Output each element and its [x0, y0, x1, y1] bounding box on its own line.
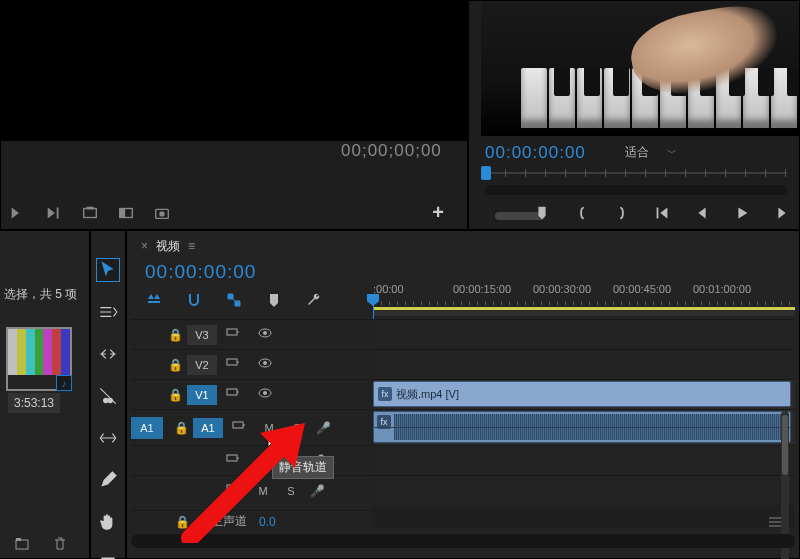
has-audio-icon: ♪	[56, 375, 72, 391]
program-scrollbar[interactable]	[485, 185, 787, 195]
clip-label: 视频.mp4 [V]	[396, 387, 459, 402]
source-patch-a1[interactable]: A1	[131, 417, 163, 439]
svg-rect-19	[227, 485, 237, 491]
solo-button[interactable]: S	[283, 422, 311, 434]
timeline-h-scrollbar[interactable]	[131, 534, 795, 548]
svg-rect-8	[227, 329, 237, 335]
source-timecode[interactable]: 00;00;00;00	[341, 141, 442, 161]
program-preview	[481, 1, 799, 136]
master-level[interactable]: 0.0	[259, 515, 276, 529]
add-button[interactable]: +	[429, 204, 447, 222]
mark-clip-icon[interactable]	[117, 204, 135, 222]
sync-lock-icon[interactable]	[225, 355, 241, 371]
overwrite-icon[interactable]	[45, 204, 63, 222]
svg-point-13	[263, 361, 267, 365]
ruler-label: 00:00:15:00	[453, 283, 533, 295]
selection-tool[interactable]	[97, 259, 119, 281]
mark-out-icon[interactable]	[613, 204, 631, 222]
track-target-a1[interactable]: A1	[193, 418, 223, 438]
sequence-tab-label[interactable]: 视频	[156, 238, 180, 255]
svg-rect-3	[120, 209, 125, 218]
program-playhead[interactable]	[481, 166, 491, 180]
track-select-tool[interactable]	[97, 301, 119, 323]
eye-icon[interactable]	[257, 385, 273, 401]
svg-point-10	[263, 331, 267, 335]
voice-record-icon[interactable]: 🎤	[311, 421, 335, 435]
lock-icon[interactable]: 🔒	[163, 328, 187, 342]
pen-tool[interactable]	[97, 469, 119, 491]
program-time-ruler[interactable]	[485, 169, 787, 177]
mute-button[interactable]: M	[249, 485, 277, 497]
track-target-v3[interactable]: V3	[187, 325, 217, 345]
timeline-display-settings-icon[interactable]	[767, 514, 783, 530]
lock-icon[interactable]: 🔒	[175, 515, 199, 529]
svg-rect-6	[16, 540, 28, 549]
snap-toggle-icon[interactable]	[185, 291, 203, 309]
track-target-v1[interactable]: V1	[187, 385, 217, 405]
svg-rect-17	[233, 422, 243, 428]
sync-lock-icon[interactable]	[231, 418, 247, 434]
svg-rect-0	[84, 209, 97, 218]
lock-icon[interactable]: 🔒	[163, 358, 187, 372]
sync-lock-icon[interactable]	[225, 325, 241, 341]
linked-selection-icon[interactable]	[225, 291, 243, 309]
export-frame-icon[interactable]	[81, 204, 99, 222]
track-target-v2[interactable]: V2	[187, 355, 217, 375]
trash-icon[interactable]	[52, 536, 68, 552]
lock-icon[interactable]: 🔒	[169, 421, 193, 435]
clip-duration: 3:53:13	[8, 393, 60, 413]
program-monitor-panel: 00:00:00:00 适合 ﹀	[468, 0, 800, 230]
audio-clip[interactable]: fx	[373, 411, 791, 443]
insert-icon[interactable]	[9, 204, 27, 222]
sync-lock-icon[interactable]	[225, 451, 241, 467]
eye-icon[interactable]	[257, 325, 273, 341]
play-icon[interactable]	[733, 204, 751, 222]
razor-tool[interactable]	[97, 385, 119, 407]
source-preview	[1, 1, 467, 141]
ruler-label: :00:00	[373, 283, 453, 295]
marker-toggle-icon[interactable]	[265, 291, 283, 309]
zoom-fit-dropdown[interactable]: 适合 ﹀	[614, 141, 688, 164]
svg-rect-1	[86, 207, 93, 210]
type-tool[interactable]	[97, 553, 119, 559]
add-marker-icon[interactable]	[533, 204, 551, 222]
nest-toggle-icon[interactable]	[145, 291, 163, 309]
ripple-edit-tool[interactable]	[97, 343, 119, 365]
slip-tool[interactable]	[97, 427, 119, 449]
video-clip[interactable]: fx 视频.mp4 [V]	[373, 381, 791, 407]
project-selection-info: 选择，共 5 项	[0, 286, 89, 303]
timeline-timecode[interactable]: 00:00:00:00	[145, 261, 256, 283]
goto-in-icon[interactable]	[653, 204, 671, 222]
source-monitor-panel: 00;00;00;00 +	[0, 0, 468, 230]
svg-rect-11	[227, 359, 237, 365]
mark-in-icon[interactable]	[573, 204, 591, 222]
timeline-panel: × 视频 ≡ 00:00:00:00 :00:00 00:00:15:00 00…	[126, 230, 800, 559]
ruler-label: 00:00:45:00	[613, 283, 693, 295]
new-bin-icon[interactable]	[14, 536, 30, 552]
step-fwd-icon[interactable]	[773, 204, 791, 222]
snapshot-icon[interactable]	[153, 204, 171, 222]
solo-button[interactable]: S	[277, 485, 305, 497]
project-clip-thumbnail[interactable]: ♪	[8, 329, 70, 389]
mouse-cursor-icon	[267, 431, 283, 451]
svg-rect-7	[16, 538, 21, 541]
lock-icon[interactable]: 🔒	[163, 388, 187, 402]
time-ruler[interactable]: :00:00 00:00:15:00 00:00:30:00 00:00:45:…	[373, 283, 795, 317]
sync-lock-icon[interactable]	[225, 481, 241, 497]
track-body[interactable]: fx 视频.mp4 [V] fx	[373, 319, 795, 528]
panel-menu-icon[interactable]: ≡	[188, 239, 195, 253]
master-track-header: 🔒 主声道 0.0	[131, 510, 373, 532]
svg-point-16	[263, 391, 267, 395]
sync-lock-icon[interactable]	[225, 385, 241, 401]
fx-badge-icon: fx	[378, 387, 392, 401]
step-back-icon[interactable]	[693, 204, 711, 222]
hand-tool[interactable]	[97, 511, 119, 533]
ruler-label: 00:01:00:00	[693, 283, 773, 295]
eye-icon[interactable]	[257, 355, 273, 371]
program-timecode[interactable]: 00:00:00:00	[485, 143, 586, 163]
voice-record-icon[interactable]: 🎤	[305, 484, 329, 498]
settings-wrench-icon[interactable]	[305, 291, 323, 309]
tooltip: 静音轨道	[272, 456, 334, 479]
close-sequence-icon[interactable]: ×	[141, 239, 148, 253]
zoom-fit-label: 适合	[625, 144, 649, 161]
